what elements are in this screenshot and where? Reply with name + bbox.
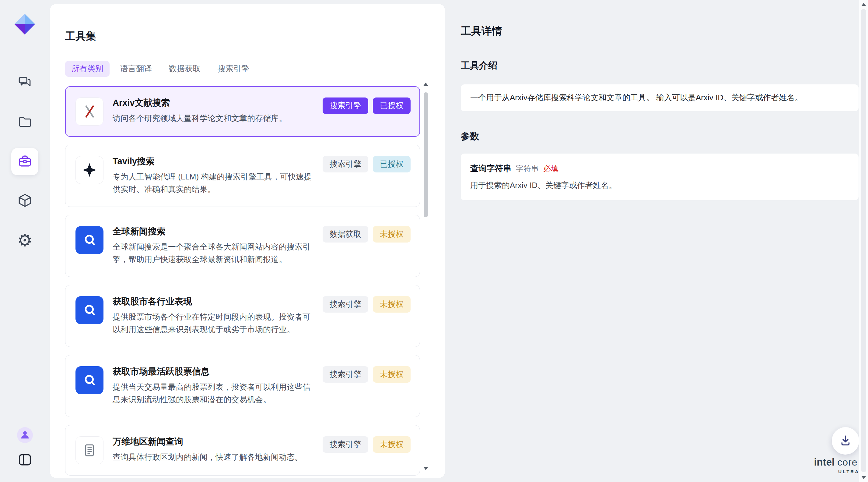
- tool-category-badge: 数据获取: [322, 226, 368, 243]
- scroll-up-arrow-icon[interactable]: [423, 83, 428, 86]
- tool-card-body: Tavily搜索 专为人工智能代理 (LLM) 构建的搜索引擎工具，可快速提供实…: [113, 156, 318, 196]
- tool-description: 提供股票市场各个行业在特定时间段内的表现。投资者可以利用这些信息来识别表现优于或…: [113, 311, 318, 336]
- intro-text: 一个用于从Arxiv存储库搜索科学论文和文章的工具。 输入可以是Arxiv ID…: [470, 92, 803, 103]
- tool-description: 查询具体行政区划内的新闻，快速了解各地新闻动态。: [113, 451, 318, 463]
- tool-description: 访问各个研究领域大量科学论文和文章的存储库。: [113, 112, 318, 124]
- category-tab[interactable]: 语言翻译: [114, 61, 158, 77]
- tool-badges: 数据获取 未授权: [322, 226, 410, 243]
- params-heading: 参数: [461, 131, 859, 142]
- download-button[interactable]: [832, 427, 859, 455]
- tool-status-badge: 未授权: [373, 226, 410, 243]
- core-wordmark: core: [837, 457, 857, 468]
- sidebar-item-chat[interactable]: [11, 69, 38, 96]
- tool-list-scrollbar[interactable]: [422, 83, 430, 470]
- tool-title: 万维地区新闻查询: [113, 436, 318, 447]
- tool-description: 全球新闻搜索是一个聚合全球各大新闻网站内容的搜索引擎，帮助用户快速获取全球最新资…: [113, 241, 318, 266]
- category-tab[interactable]: 数据获取: [162, 61, 207, 77]
- intel-core-ultra-logo: intel core ULTRA: [811, 456, 861, 474]
- tool-card[interactable]: 万维地区新闻查询 查询具体行政区划内的新闻，快速了解各地新闻动态。 搜索引擎 未…: [65, 425, 420, 476]
- tool-card-body: 全球新闻搜索 全球新闻搜索是一个聚合全球各大新闻网站内容的搜索引擎，帮助用户快速…: [113, 226, 318, 266]
- user-avatar[interactable]: [17, 427, 33, 443]
- tool-category-badge: 搜索引擎: [322, 436, 368, 453]
- sidebar-item-tools[interactable]: [11, 148, 38, 175]
- page-scroll-down-icon[interactable]: [862, 476, 866, 479]
- tool-card[interactable]: Tavily搜索 专为人工智能代理 (LLM) 构建的搜索引擎工具，可快速提供实…: [65, 145, 420, 207]
- intel-wordmark: intel: [814, 456, 835, 468]
- scroll-down-arrow-icon[interactable]: [423, 467, 428, 470]
- sidebar-nav: ⚙: [11, 69, 38, 254]
- q-logo-icon: [75, 296, 103, 324]
- tool-badges: 搜索引擎 未授权: [322, 436, 410, 453]
- tool-title: 获取市场最活跃股票信息: [113, 366, 318, 376]
- intel-logo-row: intel core: [811, 456, 861, 468]
- gear-icon: ⚙: [17, 232, 32, 249]
- tool-card[interactable]: 全球新闻搜索 全球新闻搜索是一个聚合全球各大新闻网站内容的搜索引擎，帮助用户快速…: [65, 215, 420, 277]
- page-scrollbar[interactable]: [859, 0, 868, 482]
- tool-status-badge: 已授权: [373, 156, 410, 172]
- tools-panel: 工具集 所有类别语言翻译数据获取搜索引擎 Arxiv文献搜索 访问各个研究领域大…: [50, 4, 445, 478]
- category-tabs: 所有类别语言翻译数据获取搜索引擎: [65, 61, 445, 77]
- scrollbar-thumb[interactable]: [424, 92, 428, 217]
- tool-category-badge: 搜索引擎: [322, 156, 368, 172]
- tool-status-badge: 未授权: [373, 366, 410, 383]
- category-tab[interactable]: 搜索引擎: [211, 61, 256, 77]
- category-tab[interactable]: 所有类别: [65, 61, 110, 77]
- tool-card-body: 获取市场最活跃股票信息 提供当天交易量最高的股票列表，投资者可以利用这些信息来识…: [113, 366, 318, 406]
- tool-title: 全球新闻搜索: [113, 226, 318, 236]
- intro-heading: 工具介绍: [461, 60, 859, 71]
- tool-details-panel: 工具详情 工具介绍 一个用于从Arxiv存储库搜索科学论文和文章的工具。 输入可…: [445, 0, 859, 482]
- sidebar-item-settings[interactable]: ⚙: [11, 227, 38, 254]
- tool-description: 专为人工智能代理 (LLM) 构建的搜索引擎工具，可快速提供实时、准确和真实的结…: [113, 171, 318, 196]
- arxiv-logo-icon: [75, 97, 103, 125]
- tool-card[interactable]: 获取股市各行业表现 提供股票市场各个行业在特定时间段内的表现。投资者可以利用这些…: [65, 285, 420, 347]
- q-logo-icon: [75, 226, 103, 254]
- page-scrollbar-thumb[interactable]: [861, 9, 866, 472]
- sidebar-toggle-button[interactable]: [17, 453, 33, 468]
- app-logo-icon: [13, 12, 36, 36]
- tool-category-badge: 搜索引擎: [322, 296, 368, 313]
- param-type: 字符串: [516, 164, 539, 174]
- download-icon: [839, 434, 852, 448]
- chat-icon: [17, 75, 33, 91]
- param-required-badge: 必填: [543, 164, 558, 174]
- tool-badges: 搜索引擎 未授权: [322, 366, 410, 383]
- sidebar-item-models[interactable]: [11, 188, 38, 215]
- param-description: 用于搜索的Arxiv ID、关键字或作者姓名。: [470, 180, 849, 191]
- tool-status-badge: 已授权: [373, 97, 410, 114]
- tool-card[interactable]: 获取市场最活跃股票信息 提供当天交易量最高的股票列表，投资者可以利用这些信息来识…: [65, 355, 420, 417]
- briefcase-icon: [17, 153, 33, 170]
- page-scroll-up-icon[interactable]: [862, 3, 866, 6]
- tool-status-badge: 未授权: [373, 296, 410, 313]
- tavily-logo-icon: [75, 156, 103, 184]
- tool-card-body: Arxiv文献搜索 访问各个研究领域大量科学论文和文章的存储库。: [113, 97, 318, 125]
- ultra-wordmark: ULTRA: [811, 469, 861, 474]
- folder-icon: [17, 114, 33, 131]
- tool-card[interactable]: Arxiv文献搜索 访问各个研究领域大量科学论文和文章的存储库。 搜索引擎 已授…: [65, 86, 420, 137]
- tool-badges: 搜索引擎 未授权: [322, 296, 410, 313]
- tool-category-badge: 搜索引擎: [322, 97, 368, 114]
- tool-title: Arxiv文献搜索: [113, 97, 318, 108]
- tool-title: Tavily搜索: [113, 156, 318, 166]
- param-header: 查询字符串 字符串 必填: [470, 163, 849, 174]
- sidebar: ⚙: [0, 0, 50, 482]
- intro-card: 一个用于从Arxiv存储库搜索科学论文和文章的工具。 输入可以是Arxiv ID…: [461, 84, 859, 111]
- tool-list: Arxiv文献搜索 访问各个研究领域大量科学论文和文章的存储库。 搜索引擎 已授…: [65, 86, 420, 476]
- tool-card-body: 获取股市各行业表现 提供股票市场各个行业在特定时间段内的表现。投资者可以利用这些…: [113, 296, 318, 336]
- q-logo-icon: [75, 366, 103, 394]
- tool-title: 获取股市各行业表现: [113, 296, 318, 307]
- tool-card-body: 万维地区新闻查询 查询具体行政区划内的新闻，快速了解各地新闻动态。: [113, 436, 318, 464]
- param-name: 查询字符串: [470, 163, 511, 174]
- tool-badges: 搜索引擎 已授权: [322, 97, 410, 114]
- tool-category-badge: 搜索引擎: [322, 366, 368, 383]
- details-title: 工具详情: [461, 25, 859, 37]
- news-logo-icon: [75, 436, 103, 464]
- sidebar-item-files[interactable]: [11, 109, 38, 136]
- tool-description: 提供当天交易量最高的股票列表，投资者可以利用这些信息来识别流动性强的股票和潜在的…: [113, 381, 318, 406]
- user-avatar-icon: [20, 430, 30, 441]
- tools-panel-title: 工具集: [65, 30, 445, 42]
- cube-icon: [17, 193, 33, 209]
- tool-badges: 搜索引擎 已授权: [322, 156, 410, 172]
- tool-status-badge: 未授权: [373, 436, 410, 453]
- param-card: 查询字符串 字符串 必填 用于搜索的Arxiv ID、关键字或作者姓名。: [461, 153, 859, 200]
- sidebar-toggle-icon: [17, 452, 33, 469]
